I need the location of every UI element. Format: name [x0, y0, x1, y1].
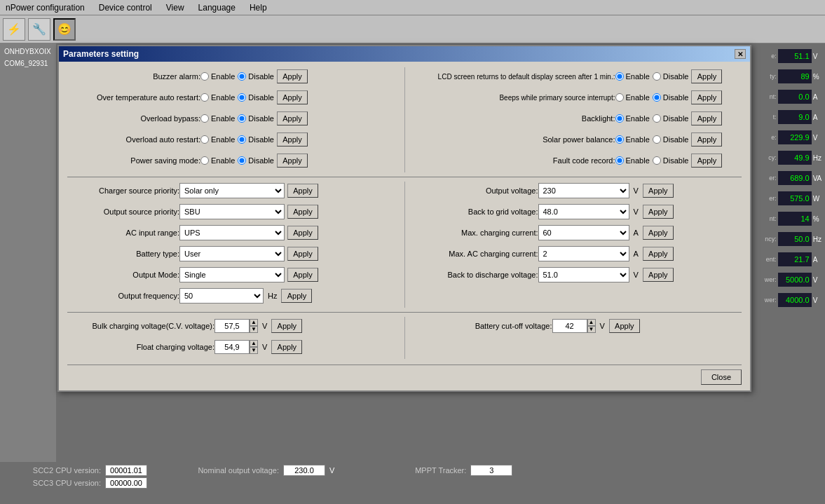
output-mode-apply-btn[interactable]: Apply	[287, 268, 318, 282]
buzzer-enable-radio[interactable]	[200, 72, 209, 81]
fault-code-controls: Enable Disable Apply	[615, 154, 723, 168]
power-saving-apply-btn[interactable]: Apply	[277, 154, 308, 168]
beeps-apply-btn[interactable]: Apply	[691, 90, 722, 104]
menu-view[interactable]: View	[163, 1, 187, 14]
battery-type-apply-btn[interactable]: Apply	[287, 247, 318, 261]
ac-input-select[interactable]: UPS Appliance	[179, 225, 285, 240]
menu-device-control[interactable]: Device control	[96, 1, 155, 14]
power-saving-enable-label: Enable	[211, 156, 235, 165]
solar-balance-enable-group: Enable	[615, 135, 650, 144]
lcd-disable-radio[interactable]	[653, 72, 661, 81]
max-charging-apply-btn[interactable]: Apply	[643, 226, 674, 240]
battery-cutoff-down-btn[interactable]: ▼	[587, 326, 596, 333]
bulk-charging-up-btn[interactable]: ▲	[250, 319, 258, 326]
menu-language[interactable]: Language	[196, 1, 238, 14]
overload-bypass-apply-btn[interactable]: Apply	[277, 111, 308, 125]
lcd-enable-radio[interactable]	[615, 72, 624, 81]
fault-code-apply-btn[interactable]: Apply	[691, 154, 722, 168]
output-voltage-select[interactable]: 220 230 240	[538, 183, 629, 198]
float-charging-up-btn[interactable]: ▲	[250, 340, 258, 347]
max-charging-select[interactable]: 10 20 30 40 50 60	[538, 225, 629, 240]
bulk-charging-input[interactable]	[214, 319, 250, 333]
backlight-apply-btn[interactable]: Apply	[691, 111, 722, 125]
overload-bypass-disable-radio[interactable]	[238, 114, 246, 123]
solar-balance-enable-radio[interactable]	[615, 135, 624, 144]
fault-code-disable-radio[interactable]	[653, 156, 661, 165]
bulk-charging-apply-btn[interactable]: Apply	[271, 319, 302, 333]
battery-cutoff-apply-btn[interactable]: Apply	[609, 319, 640, 333]
beeps-disable-group: Disable	[653, 93, 689, 102]
power-saving-label: Power saving mode:	[67, 156, 200, 165]
back-grid-label: Back to grid voltage:	[412, 207, 538, 216]
menu-npower[interactable]: nPower configuration	[3, 1, 88, 14]
menu-help[interactable]: Help	[247, 1, 270, 14]
lcd-apply-btn[interactable]: Apply	[691, 69, 722, 83]
bulk-charging-label: Bulk charging voltage(C.V. voltage):	[67, 322, 214, 330]
output-freq-label: Output frequency:	[67, 292, 179, 300]
max-ac-charging-apply-btn[interactable]: Apply	[643, 247, 674, 261]
buzzer-apply-btn[interactable]: Apply	[277, 69, 308, 83]
power-saving-row: Power saving mode: Enable Disable Apply	[67, 151, 397, 170]
backlight-enable-radio[interactable]	[615, 114, 624, 123]
buzzer-disable-radio[interactable]	[238, 72, 246, 81]
float-charging-input[interactable]	[214, 340, 250, 354]
float-charging-down-btn[interactable]: ▼	[250, 347, 258, 354]
back-grid-apply-btn[interactable]: Apply	[643, 205, 674, 219]
power-saving-controls: Enable Disable Apply	[200, 154, 308, 168]
solar-balance-disable-radio[interactable]	[653, 135, 661, 144]
float-charging-row: Float charging voltage: ▲ ▼ V Apply	[67, 338, 397, 356]
dialog-close-button[interactable]: ✕	[735, 49, 746, 59]
buzzer-alarm-row: Buzzer alarm: Enable Disable Apply	[67, 67, 397, 86]
max-ac-charging-select[interactable]: 2 10 20 30	[538, 246, 629, 261]
back-discharge-select[interactable]: 48.0 50.0 51.0 52.0	[538, 267, 629, 282]
toolbar-btn-2[interactable]: 🔧	[28, 18, 50, 41]
toolbar-btn-1[interactable]: ⚡	[3, 18, 25, 41]
output-freq-select[interactable]: 50 60	[179, 288, 264, 304]
output-source-controls: SBU Solar first Utility first Apply	[179, 204, 318, 219]
float-charging-apply-btn[interactable]: Apply	[271, 340, 302, 354]
battery-cutoff-controls: ▲ ▼ V Apply	[552, 319, 640, 333]
over-temp-disable-radio[interactable]	[238, 93, 246, 102]
output-mode-controls: Single Parallel Phase 1 Phase 2 Phase 3 …	[179, 267, 318, 282]
charger-source-select[interactable]: Solar only Solar first Utility first Sol…	[179, 183, 285, 198]
buzzer-alarm-controls: Enable Disable Apply	[200, 69, 308, 83]
back-discharge-unit: V	[634, 271, 639, 279]
scc3-label: SCC3 CPU version:	[3, 479, 101, 487]
fault-code-enable-radio[interactable]	[615, 156, 624, 165]
solar-balance-apply-btn[interactable]: Apply	[691, 132, 722, 147]
overload-auto-enable-radio[interactable]	[200, 135, 209, 144]
power-saving-disable-radio[interactable]	[238, 156, 246, 165]
output-mode-select[interactable]: Single Parallel Phase 1 Phase 2 Phase 3	[179, 267, 285, 282]
battery-type-select[interactable]: AGM Flooded User	[179, 246, 285, 261]
charger-source-apply-btn[interactable]: Apply	[287, 184, 318, 198]
toolbar-btn-3[interactable]: 😊	[53, 18, 76, 41]
output-freq-apply-btn[interactable]: Apply	[281, 289, 312, 303]
over-temp-enable-radio[interactable]	[200, 93, 209, 102]
status-col-3: MPPT Tracker: 3	[368, 465, 512, 501]
overload-auto-disable-radio[interactable]	[238, 135, 246, 144]
output-source-select[interactable]: SBU Solar first Utility first	[179, 204, 285, 219]
beeps-disable-radio[interactable]	[653, 93, 661, 102]
right-unit-4: V	[813, 134, 824, 142]
output-voltage-apply-btn[interactable]: Apply	[643, 184, 674, 198]
overload-auto-apply-btn[interactable]: Apply	[277, 132, 308, 147]
power-saving-enable-radio[interactable]	[200, 156, 209, 165]
over-temp-disable-label: Disable	[248, 93, 274, 102]
beeps-enable-radio[interactable]	[615, 93, 624, 102]
back-discharge-apply-btn[interactable]: Apply	[643, 268, 674, 282]
battery-cutoff-input[interactable]	[552, 319, 587, 333]
power-saving-disable-label: Disable	[248, 156, 274, 165]
back-grid-select[interactable]: 44.0 46.0 48.0 50.0	[538, 204, 629, 219]
ac-input-apply-btn[interactable]: Apply	[287, 226, 318, 240]
close-button[interactable]: Close	[701, 369, 742, 385]
output-voltage-unit: V	[634, 186, 639, 195]
bulk-charging-down-btn[interactable]: ▼	[250, 326, 258, 333]
backlight-disable-radio[interactable]	[653, 114, 661, 123]
overload-bypass-disable-group: Disable	[238, 114, 274, 123]
over-temp-apply-btn[interactable]: Apply	[277, 90, 308, 104]
battery-cutoff-up-btn[interactable]: ▲	[587, 319, 596, 326]
output-source-row: Output source priority: SBU Solar first …	[67, 203, 397, 221]
charger-source-row: Charger source priority: Solar only Sola…	[67, 182, 397, 200]
output-source-apply-btn[interactable]: Apply	[287, 205, 318, 219]
overload-bypass-enable-radio[interactable]	[200, 114, 209, 123]
